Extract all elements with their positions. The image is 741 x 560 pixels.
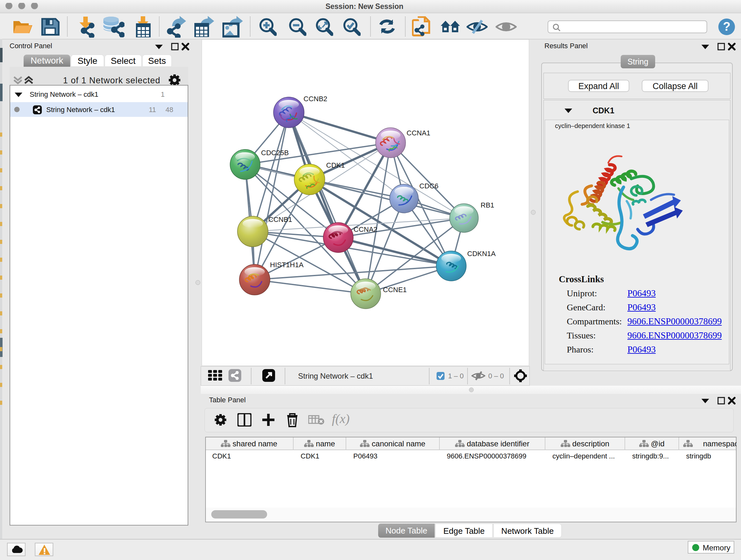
svg-text:CCNA1: CCNA1 (407, 129, 430, 137)
svg-text:CDC6: CDC6 (419, 182, 439, 190)
svg-text:CCNB2: CCNB2 (304, 95, 327, 103)
svg-text:RB1: RB1 (481, 201, 494, 209)
svg-text:HIST1H1A: HIST1H1A (270, 261, 304, 269)
svg-text:CDK1: CDK1 (326, 161, 345, 169)
svg-text:CCNE1: CCNE1 (383, 286, 407, 294)
svg-text:CDKN1A: CDKN1A (467, 250, 496, 258)
svg-text:CCNB1: CCNB1 (268, 215, 292, 224)
svg-text:CDC25B: CDC25B (261, 149, 289, 157)
svg-text:CCNA2: CCNA2 (354, 226, 378, 233)
svg-text:?: ? (723, 20, 730, 33)
